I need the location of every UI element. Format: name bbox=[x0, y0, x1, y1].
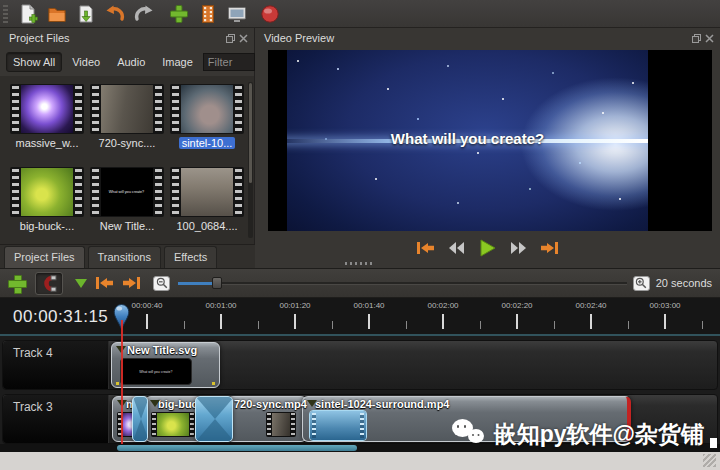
clip-big-buck[interactable]: big-buck- bbox=[145, 396, 202, 442]
save-project-icon[interactable] bbox=[75, 3, 97, 25]
ruler-label: 00:00:40 bbox=[131, 301, 162, 310]
resize-grip[interactable] bbox=[703, 454, 716, 467]
watermark: 嵌知py软件@杂货铺 bbox=[452, 419, 717, 449]
scrollbar-thumb[interactable] bbox=[117, 445, 357, 451]
tab-project-files[interactable]: Project Files bbox=[4, 246, 85, 268]
clip-720-sync[interactable]: 720-sync.mp4 bbox=[227, 396, 307, 442]
previous-marker-icon[interactable] bbox=[95, 276, 114, 290]
play-button[interactable] bbox=[477, 239, 499, 257]
clip-thumbnail: What will you create? bbox=[120, 358, 192, 385]
magnet-icon bbox=[40, 275, 58, 292]
project-files-title: Project Files bbox=[9, 32, 70, 44]
files-scrollbar-thumb[interactable] bbox=[249, 83, 252, 183]
thumbnail-image: What will you create? bbox=[101, 168, 153, 216]
filter-input[interactable] bbox=[203, 53, 255, 71]
status-strip bbox=[0, 452, 720, 470]
track-4-lane[interactable]: Track 4 New Title.svg What will you crea… bbox=[2, 340, 718, 390]
new-project-icon[interactable] bbox=[17, 3, 39, 25]
close-icon[interactable] bbox=[705, 29, 714, 47]
playhead-line[interactable] bbox=[121, 320, 123, 444]
trim-handle[interactable] bbox=[212, 382, 215, 385]
import-files-icon[interactable] bbox=[168, 3, 190, 25]
record-icon[interactable] bbox=[259, 3, 281, 25]
undock-icon[interactable] bbox=[692, 29, 701, 47]
filter-image-button[interactable]: Image bbox=[155, 52, 200, 72]
film-thumbnail bbox=[170, 167, 244, 217]
zoom-slider[interactable] bbox=[178, 276, 627, 290]
file-item-sintel[interactable]: sintel-10... bbox=[168, 84, 246, 167]
clip-label: New Title.svg bbox=[127, 344, 197, 356]
next-marker-icon[interactable] bbox=[122, 276, 141, 290]
file-item-bedroom[interactable]: 100_0684.... bbox=[168, 167, 246, 250]
ruler-label: 00:01:40 bbox=[353, 301, 384, 310]
video-preview-title: Video Preview bbox=[264, 32, 334, 44]
clip-menu-chevron-icon[interactable] bbox=[307, 400, 317, 407]
transition-1[interactable] bbox=[132, 396, 148, 442]
video-canvas[interactable]: What will you create? bbox=[268, 50, 712, 231]
zoom-slider-handle[interactable] bbox=[212, 277, 222, 289]
splitter-handle[interactable] bbox=[345, 262, 373, 265]
fast-forward-button[interactable] bbox=[508, 239, 530, 257]
file-item-newtitle[interactable]: What will you create? New Title... bbox=[88, 167, 166, 250]
thumbnail-image bbox=[21, 168, 73, 216]
minor-tick bbox=[480, 321, 481, 329]
clip-new-title[interactable]: New Title.svg What will you create? bbox=[111, 342, 220, 388]
wechat-bubble-small bbox=[468, 429, 484, 443]
file-label-selected: sintel-10... bbox=[179, 137, 236, 149]
clip-thumb-image bbox=[310, 411, 366, 440]
filter-audio-button[interactable]: Audio bbox=[110, 52, 152, 72]
ruler-label: 00:01:00 bbox=[205, 301, 236, 310]
main-window: Project Files Show All Video Audio Image bbox=[0, 0, 720, 452]
filter-video-button[interactable]: Video bbox=[65, 52, 107, 72]
choose-profile-icon[interactable] bbox=[197, 3, 219, 25]
trim-handle[interactable] bbox=[116, 382, 119, 385]
jump-end-button[interactable] bbox=[539, 239, 561, 257]
clip-thumbnail bbox=[309, 410, 367, 441]
wechat-icon bbox=[452, 419, 488, 449]
major-tick bbox=[516, 314, 518, 329]
clip-menu-chevron-icon[interactable] bbox=[150, 400, 160, 407]
ruler-label: 00:02:20 bbox=[501, 301, 532, 310]
title-thumb-text: What will you create? bbox=[109, 190, 144, 194]
clip-thumb-image bbox=[272, 413, 290, 436]
ruler-label: 00:02:00 bbox=[427, 301, 458, 310]
undock-icon[interactable] bbox=[226, 29, 235, 47]
minor-tick bbox=[628, 321, 629, 329]
minor-tick bbox=[406, 321, 407, 329]
files-scrollbar[interactable] bbox=[248, 82, 253, 238]
major-tick bbox=[442, 314, 444, 329]
filter-show-all-button[interactable]: Show All bbox=[6, 52, 62, 72]
file-label: 100_0684.... bbox=[173, 220, 240, 232]
undo-icon[interactable] bbox=[104, 3, 126, 25]
major-tick bbox=[220, 314, 222, 329]
jump-start-button[interactable] bbox=[415, 239, 437, 257]
toolbar-drag-handle[interactable] bbox=[3, 5, 8, 23]
zoom-in-icon[interactable] bbox=[633, 276, 650, 291]
close-icon[interactable] bbox=[239, 29, 248, 47]
zoom-slider-track[interactable] bbox=[178, 282, 627, 285]
tab-effects[interactable]: Effects bbox=[164, 246, 217, 268]
add-track-icon[interactable] bbox=[8, 275, 25, 292]
video-preview-titlebar: Video Preview bbox=[255, 28, 720, 48]
open-project-icon[interactable] bbox=[46, 3, 68, 25]
file-label: 720-sync.... bbox=[96, 137, 159, 149]
export-video-icon[interactable] bbox=[226, 3, 248, 25]
file-item-massive[interactable]: massive_w... bbox=[8, 84, 86, 167]
file-item-bigbuck[interactable]: big-buck-... bbox=[8, 167, 86, 250]
redo-icon[interactable] bbox=[133, 3, 155, 25]
timeline-toolbar: 20 seconds bbox=[0, 268, 720, 298]
clip-thumb-image bbox=[157, 413, 189, 436]
tab-transitions[interactable]: Transitions bbox=[88, 246, 161, 268]
snapping-toggle-button[interactable] bbox=[35, 272, 63, 295]
major-tick bbox=[590, 314, 592, 329]
project-files-titlebar: Project Files bbox=[0, 28, 254, 48]
transition-2[interactable] bbox=[195, 396, 233, 442]
timeline-ruler[interactable]: 00:00:31:15 00:00:40 00:01:00 00:01:20 0… bbox=[0, 298, 720, 336]
rewind-button[interactable] bbox=[446, 239, 468, 257]
watermark-text: 嵌知py软件@杂货铺 bbox=[494, 419, 704, 449]
file-item-720sync[interactable]: 720-sync.... bbox=[88, 84, 166, 167]
add-marker-icon[interactable] bbox=[75, 279, 87, 288]
clip-label: sintel-1024-surround.mp4 bbox=[315, 398, 449, 410]
zoom-out-icon[interactable] bbox=[153, 276, 170, 291]
playback-controls bbox=[255, 232, 720, 264]
